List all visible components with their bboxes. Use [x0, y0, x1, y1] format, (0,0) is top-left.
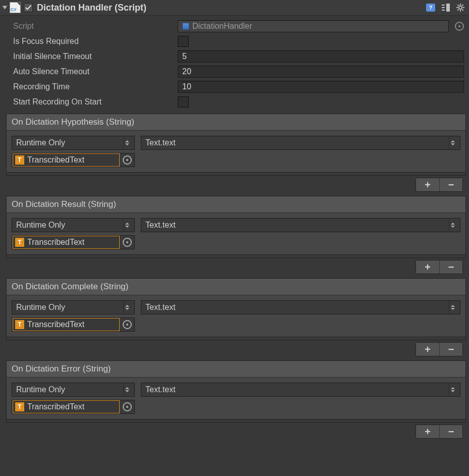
- call-mode-dropdown[interactable]: Runtime Only: [12, 136, 135, 150]
- event-footer-handle: [7, 337, 465, 340]
- dropdown-caret-icon: [123, 383, 130, 396]
- event-body: Runtime Only T TranscribedText: [7, 131, 465, 172]
- function-dropdown[interactable]: Text.text: [141, 218, 460, 232]
- unity-event-block: On Dictation Complete (String) Runtime O…: [6, 278, 466, 340]
- event-header: On Dictation Hypothesis (String): [7, 114, 465, 131]
- recording-time-input[interactable]: 10: [178, 81, 464, 93]
- property-auto-silence-timeout: Auto Silence Timeout 20: [13, 64, 464, 79]
- add-listener-button[interactable]: +: [416, 425, 439, 438]
- call-mode-value: Runtime Only: [16, 303, 65, 312]
- text-component-icon: T: [15, 402, 24, 411]
- start-recording-on-start-checkbox[interactable]: [178, 96, 189, 108]
- event-add-remove-bar: + −: [0, 340, 466, 359]
- call-mode-dropdown[interactable]: Runtime Only: [12, 300, 135, 314]
- add-listener-button[interactable]: +: [416, 260, 439, 274]
- component-header: C# Dictation Handler (Script) ?: [0, 0, 469, 16]
- event-target-value: TranscribedText: [27, 155, 84, 165]
- event-body: Runtime Only T TranscribedText: [7, 295, 465, 337]
- object-picker-icon: [123, 238, 132, 247]
- function-value: Text.text: [145, 221, 176, 230]
- text-component-icon: T: [15, 155, 24, 165]
- call-mode-dropdown[interactable]: Runtime Only: [12, 218, 135, 232]
- event-add-remove-bar: + −: [0, 176, 466, 195]
- component-properties: Script DictationHandler Is Focus Require…: [0, 16, 469, 113]
- component-header-buttons: ?: [426, 3, 466, 13]
- auto-silence-timeout-input[interactable]: 20: [178, 66, 464, 78]
- svg-rect-5: [446, 4, 450, 12]
- event-target-field[interactable]: T TranscribedText: [12, 153, 135, 167]
- dropdown-caret-icon: [123, 301, 130, 314]
- call-mode-value: Runtime Only: [16, 385, 65, 394]
- help-icon[interactable]: ?: [426, 3, 436, 13]
- object-picker-icon: [123, 155, 132, 165]
- text-component-icon: T: [15, 320, 24, 329]
- property-label: Is Focus Required: [13, 37, 175, 46]
- event-footer-handle: [7, 419, 465, 422]
- dropdown-caret-icon: [449, 301, 456, 314]
- event-add-remove-bar: + −: [0, 422, 466, 442]
- preset-icon[interactable]: [441, 3, 451, 13]
- svg-line-11: [457, 5, 458, 6]
- remove-listener-button[interactable]: −: [439, 343, 462, 356]
- property-initial-silence-timeout: Initial Silence Timeout 5: [13, 49, 464, 64]
- svg-rect-4: [442, 10, 445, 11]
- event-target-field[interactable]: T TranscribedText: [12, 235, 135, 249]
- dropdown-caret-icon: [123, 136, 130, 149]
- remove-listener-button[interactable]: −: [439, 178, 462, 191]
- script-field: DictationHandler: [178, 20, 449, 32]
- object-picker-button[interactable]: [120, 238, 134, 247]
- csharp-script-icon: C#: [10, 2, 21, 13]
- property-label: Recording Time: [13, 82, 175, 91]
- event-target-value: TranscribedText: [27, 402, 84, 411]
- property-start-recording-on-start: Start Recording On Start: [13, 94, 464, 110]
- function-dropdown[interactable]: Text.text: [141, 383, 460, 397]
- function-value: Text.text: [145, 385, 176, 394]
- remove-listener-button[interactable]: −: [439, 260, 462, 274]
- event-target-field[interactable]: T TranscribedText: [12, 400, 135, 414]
- dropdown-caret-icon: [449, 383, 456, 396]
- property-is-focus-required: Is Focus Required: [13, 34, 464, 49]
- dropdown-caret-icon: [449, 219, 456, 232]
- event-header: On Dictation Complete (String): [7, 279, 465, 295]
- initial-silence-timeout-input[interactable]: 5: [178, 50, 464, 63]
- unity-event-block: On Dictation Error (String) Runtime Only…: [6, 360, 466, 422]
- object-picker-icon: [455, 22, 464, 31]
- svg-point-6: [459, 6, 462, 9]
- svg-line-14: [462, 5, 463, 6]
- component-title: Dictation Handler (Script): [37, 3, 426, 13]
- foldout-toggle-icon[interactable]: [3, 6, 8, 10]
- remove-listener-button[interactable]: −: [439, 425, 462, 438]
- is-focus-required-checkbox[interactable]: [178, 36, 189, 47]
- function-dropdown[interactable]: Text.text: [141, 136, 460, 150]
- event-header: On Dictation Result (String): [7, 196, 465, 213]
- property-label: Script: [13, 22, 175, 31]
- script-mini-icon: [182, 23, 189, 30]
- object-picker-icon: [123, 402, 132, 411]
- object-picker-button[interactable]: [120, 320, 134, 329]
- svg-rect-3: [442, 7, 445, 8]
- object-picker-button[interactable]: [120, 155, 134, 165]
- svg-line-13: [457, 10, 458, 11]
- object-picker-button[interactable]: [120, 402, 134, 411]
- call-mode-value: Runtime Only: [16, 138, 65, 147]
- add-listener-button[interactable]: +: [416, 343, 439, 356]
- event-target-value: TranscribedText: [27, 238, 84, 247]
- property-label: Initial Silence Timeout: [13, 52, 175, 61]
- component-enable-checkbox[interactable]: [24, 3, 33, 12]
- event-footer-handle: [7, 172, 465, 175]
- call-mode-dropdown[interactable]: Runtime Only: [12, 383, 135, 397]
- function-value: Text.text: [145, 303, 176, 312]
- event-target-field[interactable]: T TranscribedText: [12, 318, 135, 332]
- add-listener-button[interactable]: +: [416, 178, 439, 191]
- unity-event-block: On Dictation Hypothesis (String) Runtime…: [6, 114, 466, 176]
- property-recording-time: Recording Time 10: [13, 79, 464, 94]
- event-add-remove-bar: + −: [0, 258, 466, 277]
- gear-icon[interactable]: [456, 3, 466, 13]
- svg-text:?: ?: [429, 5, 433, 11]
- event-target-value: TranscribedText: [27, 320, 84, 329]
- function-dropdown[interactable]: Text.text: [141, 300, 460, 314]
- dropdown-caret-icon: [449, 136, 456, 149]
- svg-rect-2: [442, 5, 445, 6]
- function-value: Text.text: [145, 138, 176, 147]
- event-footer-handle: [7, 254, 465, 257]
